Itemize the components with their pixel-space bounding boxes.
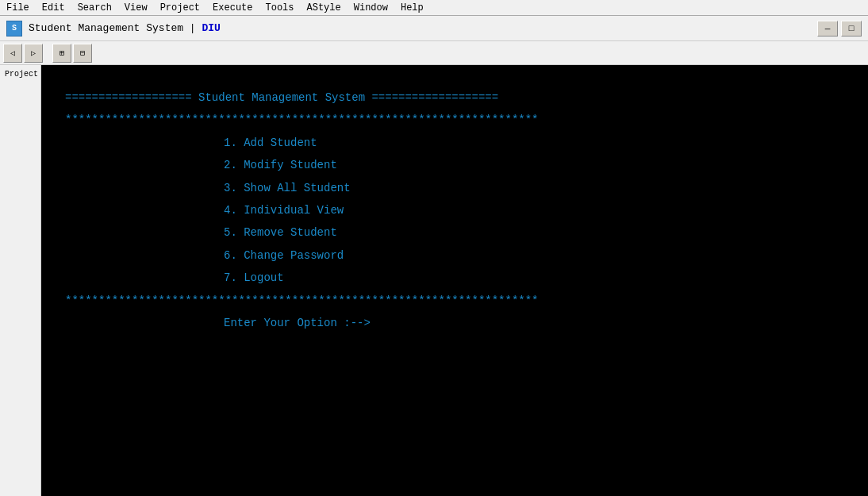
terminal-stars-bottom: ****************************************… bbox=[65, 292, 844, 310]
menu-project[interactable]: Project bbox=[157, 2, 203, 13]
title-diu: DIU bbox=[202, 22, 220, 34]
terminal-header-line: =================== Student Management S… bbox=[65, 89, 844, 106]
menu-item-2: 2. Modify Student bbox=[65, 156, 844, 174]
title-bar: S Student Management System | DIU — □ bbox=[0, 16, 868, 41]
toolbar-btn-2[interactable]: ▷ bbox=[24, 44, 43, 63]
minimize-button[interactable]: — bbox=[817, 21, 838, 37]
menu-edit[interactable]: Edit bbox=[39, 2, 68, 13]
sidebar-project-label[interactable]: Project bbox=[3, 68, 37, 80]
menu-item-5: 5. Remove Student bbox=[65, 224, 844, 241]
menu-item-7: 7. Logout bbox=[65, 269, 844, 286]
terminal-content: =================== Student Management S… bbox=[65, 89, 844, 332]
menu-window[interactable]: Window bbox=[351, 2, 391, 13]
toolbar-btn-4[interactable]: ⊟ bbox=[73, 44, 92, 63]
menu-item-3: 3. Show All Student bbox=[65, 179, 844, 197]
menu-item-4: 4. Individual View bbox=[65, 202, 844, 219]
menu-item-6: 6. Change Password bbox=[65, 247, 844, 264]
menu-item-1: 1. Add Student bbox=[65, 134, 844, 152]
toolbar-btn-3[interactable]: ⊞ bbox=[52, 44, 71, 63]
title-sep: | bbox=[183, 22, 202, 34]
toolbar-btn-1[interactable]: ◁ bbox=[3, 44, 22, 63]
menu-help[interactable]: Help bbox=[398, 2, 427, 13]
menu-view[interactable]: View bbox=[121, 2, 151, 13]
menu-tools[interactable]: Tools bbox=[263, 2, 298, 13]
toolbar: ◁ ▷ ⊞ ⊟ bbox=[0, 41, 868, 65]
menu-execute[interactable]: Execute bbox=[209, 2, 255, 13]
title-controls: — □ bbox=[817, 21, 862, 37]
window-frame: File Edit Search View Project Execute To… bbox=[0, 0, 868, 496]
menu-bar: File Edit Search View Project Execute To… bbox=[0, 0, 868, 16]
maximize-button[interactable]: □ bbox=[841, 21, 862, 37]
terminal-stars-top: ****************************************… bbox=[65, 111, 844, 129]
title-main: Student Management System bbox=[29, 22, 183, 34]
window-title: Student Management System | DIU bbox=[29, 22, 811, 34]
menu-search[interactable]: Search bbox=[75, 2, 115, 13]
terminal-area[interactable]: =================== Student Management S… bbox=[41, 65, 868, 496]
main-area: Project =================== Student Mana… bbox=[0, 65, 868, 496]
menu-astyle[interactable]: AStyle bbox=[304, 2, 344, 13]
terminal-prompt: Enter Your Option :--> bbox=[65, 314, 844, 332]
sidebar: Project bbox=[0, 65, 41, 496]
menu-file[interactable]: File bbox=[3, 2, 33, 13]
app-icon: S bbox=[6, 21, 22, 37]
